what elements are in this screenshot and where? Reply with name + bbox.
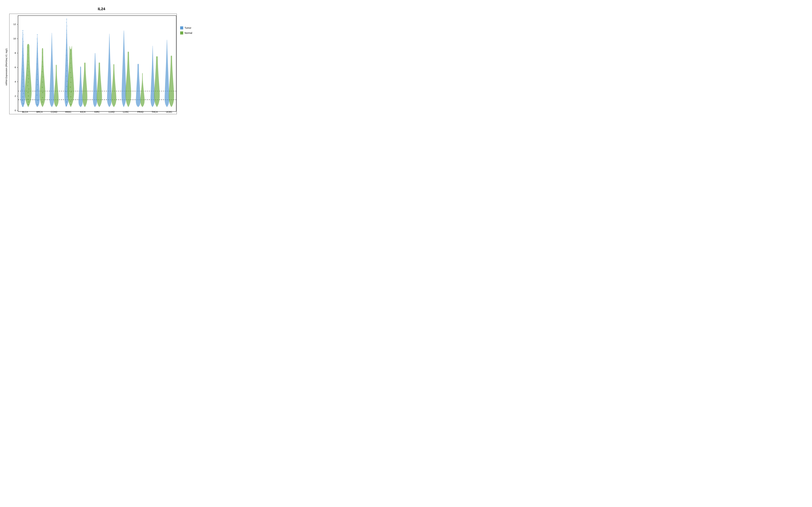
svg-point-88 xyxy=(66,22,66,23)
svg-text:BRCA: BRCA xyxy=(37,111,43,113)
svg-point-115 xyxy=(70,92,72,93)
svg-point-23 xyxy=(23,48,23,49)
svg-point-107 xyxy=(70,54,70,54)
violin-brca-normal xyxy=(40,48,45,107)
svg-point-56 xyxy=(28,96,29,97)
svg-point-87 xyxy=(66,19,67,19)
svg-point-104 xyxy=(66,101,67,102)
svg-point-63 xyxy=(37,48,37,49)
violin-kirc-normal xyxy=(97,62,102,107)
svg-point-61 xyxy=(37,39,37,39)
plot-svg: 0 2 4 6 8 10 12 xyxy=(9,14,176,114)
violin-lusc-normal xyxy=(125,52,131,107)
violin-kirc-tumor xyxy=(93,53,97,107)
svg-point-82 xyxy=(42,81,43,82)
svg-point-20 xyxy=(22,39,22,39)
svg-point-67 xyxy=(37,69,38,69)
svg-point-114 xyxy=(70,87,71,88)
svg-point-116 xyxy=(70,96,71,97)
svg-point-75 xyxy=(42,48,43,49)
svg-point-95 xyxy=(66,55,66,56)
violin-luad-tumor xyxy=(107,34,111,107)
svg-point-45 xyxy=(29,58,29,58)
svg-point-89 xyxy=(67,26,67,26)
svg-text:8: 8 xyxy=(14,52,16,54)
svg-point-40 xyxy=(22,106,23,107)
svg-text:THCA: THCA xyxy=(152,111,158,113)
svg-point-81 xyxy=(43,76,43,77)
svg-text:LUAD: LUAD xyxy=(109,111,114,113)
svg-text:10: 10 xyxy=(13,38,16,40)
violin-luad-normal xyxy=(111,64,116,107)
svg-point-59 xyxy=(28,104,29,105)
svg-point-53 xyxy=(27,85,28,86)
svg-point-18 xyxy=(22,33,23,33)
legend: Tumor Normal xyxy=(177,13,199,121)
svg-point-113 xyxy=(70,82,71,82)
svg-point-24 xyxy=(22,52,22,52)
violin-blca-normal xyxy=(25,44,32,107)
violin-prad-normal xyxy=(140,73,145,107)
violin-kich-normal xyxy=(83,63,87,107)
svg-point-91 xyxy=(67,34,67,35)
violin-coad-normal xyxy=(54,65,58,107)
svg-point-64 xyxy=(37,53,38,54)
svg-point-26 xyxy=(22,58,23,59)
svg-point-69 xyxy=(37,79,38,80)
svg-point-36 xyxy=(23,93,24,94)
svg-point-101 xyxy=(66,86,67,87)
svg-point-65 xyxy=(37,58,38,59)
svg-point-98 xyxy=(66,70,67,71)
svg-point-106 xyxy=(70,49,71,50)
svg-point-19 xyxy=(23,34,23,35)
legend-box-normal xyxy=(180,32,183,35)
svg-point-118 xyxy=(70,104,71,105)
svg-point-73 xyxy=(37,100,38,101)
svg-point-34 xyxy=(23,86,23,87)
svg-point-108 xyxy=(71,58,71,59)
chart-title: IL24 xyxy=(4,4,199,13)
svg-point-47 xyxy=(28,65,29,65)
svg-point-83 xyxy=(42,87,43,88)
svg-point-72 xyxy=(36,95,38,96)
svg-point-48 xyxy=(27,68,28,69)
violin-brca-tumor xyxy=(35,35,40,107)
violin-prad-tumor xyxy=(136,64,140,107)
svg-point-84 xyxy=(42,92,43,93)
svg-point-28 xyxy=(22,65,23,66)
svg-point-22 xyxy=(22,46,23,46)
violin-lusc-tumor xyxy=(121,31,126,107)
svg-point-38 xyxy=(22,100,23,101)
svg-text:HNSC: HNSC xyxy=(65,111,71,113)
svg-point-60 xyxy=(37,34,38,35)
chart-container: IL24 mRNA Expression (RNASeq V2, log2) 0… xyxy=(4,4,199,122)
svg-point-30 xyxy=(23,72,24,73)
legend-item-normal: Normal xyxy=(180,32,197,35)
svg-point-111 xyxy=(70,72,71,73)
svg-point-35 xyxy=(22,90,22,90)
svg-point-74 xyxy=(37,104,38,105)
svg-point-105 xyxy=(66,105,67,106)
svg-point-112 xyxy=(71,77,71,78)
violin-thca-tumor xyxy=(151,46,155,107)
svg-text:0: 0 xyxy=(14,109,16,112)
svg-point-52 xyxy=(28,81,29,82)
svg-point-92 xyxy=(66,40,66,40)
svg-text:4: 4 xyxy=(14,80,16,83)
svg-point-79 xyxy=(42,66,43,67)
svg-point-25 xyxy=(23,55,24,56)
svg-point-103 xyxy=(66,96,68,97)
svg-point-33 xyxy=(22,82,23,83)
svg-point-78 xyxy=(42,61,43,62)
violin-ucec-tumor xyxy=(165,40,169,107)
y-axis-label: mRNA Expression (RNASeq V2, log2) xyxy=(4,13,8,121)
svg-point-29 xyxy=(22,69,23,69)
svg-point-66 xyxy=(37,64,37,64)
svg-point-109 xyxy=(70,63,71,63)
svg-text:KICH: KICH xyxy=(80,111,86,113)
svg-point-99 xyxy=(66,76,67,76)
svg-point-94 xyxy=(66,50,67,51)
violin-blca-tumor xyxy=(21,31,25,107)
svg-point-58 xyxy=(28,101,29,102)
svg-point-41 xyxy=(28,44,29,44)
